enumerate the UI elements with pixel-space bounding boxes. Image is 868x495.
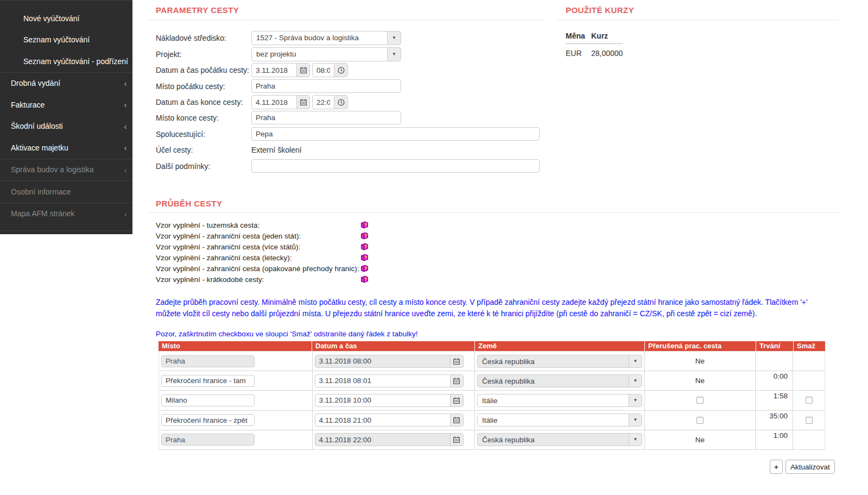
country-selected-value: Itálie bbox=[478, 414, 629, 426]
project-selected-value: bez projektu bbox=[252, 48, 387, 61]
clock-icon bbox=[338, 99, 345, 106]
clock-button[interactable] bbox=[334, 64, 347, 77]
sidebar-item-aktivace-majetku[interactable]: Aktivace majetku ‹ bbox=[0, 137, 132, 159]
country-select[interactable]: Česká republika ▼ bbox=[477, 433, 642, 446]
dropdown-button[interactable]: ▼ bbox=[387, 32, 401, 45]
sidebar-item-sprava-budov[interactable]: Správa budov a logistika ‹ bbox=[0, 159, 132, 181]
help-book-link[interactable]: ? bbox=[360, 275, 369, 283]
update-button[interactable]: Aktualizovat bbox=[785, 460, 835, 474]
calendar-button[interactable] bbox=[450, 414, 463, 426]
dropdown-button[interactable]: ▼ bbox=[629, 375, 642, 387]
sidebar-item-label: Drobná vydání bbox=[11, 79, 118, 87]
svg-text:?: ? bbox=[364, 244, 367, 249]
calendar-button[interactable] bbox=[296, 64, 309, 77]
chevron-down-icon: ▼ bbox=[392, 52, 396, 57]
datetime-input[interactable] bbox=[315, 434, 450, 446]
calendar-icon bbox=[300, 67, 307, 73]
vzor-row-kratkodobe: Vzor vyplnění - krátkodobé cesty: ? bbox=[156, 274, 369, 285]
field-label-projekt: Projekt: bbox=[156, 50, 181, 59]
duration-value: 1:58 bbox=[774, 392, 788, 400]
dropdown-button[interactable]: ▼ bbox=[629, 434, 642, 446]
chevron-collapsed-icon: ‹ bbox=[118, 122, 132, 131]
table-row: Itálie ▼ 35:00 bbox=[159, 411, 825, 430]
help-book-link[interactable]: ? bbox=[360, 243, 369, 250]
sidebar-item-mapa-afm[interactable]: Mapa AFM stránek ‹ bbox=[0, 203, 132, 225]
kurzy-header-mena: Měna bbox=[566, 32, 585, 40]
svg-text:?: ? bbox=[364, 233, 367, 239]
vzor-label: Vzor vyplnění - zahraniční cesta (více s… bbox=[156, 243, 360, 251]
dropdown-button[interactable]: ▼ bbox=[629, 394, 642, 406]
datetime-group bbox=[315, 394, 464, 407]
table-header-row: Místo Datum a čas Země Přerušená prac. c… bbox=[159, 341, 825, 351]
column-header-datum: Datum a čas bbox=[312, 341, 475, 351]
trip-start-date-input[interactable] bbox=[252, 64, 296, 77]
interrupted-trip-checkbox[interactable] bbox=[696, 397, 704, 404]
sidebar-item-label: Správa budov a logistika bbox=[11, 165, 118, 174]
add-row-button[interactable]: + bbox=[770, 460, 783, 474]
dropdown-button[interactable]: ▼ bbox=[629, 414, 642, 426]
datetime-input[interactable] bbox=[315, 414, 450, 426]
datetime-group bbox=[315, 374, 464, 387]
project-select[interactable]: bez projektu ▼ bbox=[251, 47, 401, 61]
warning-text: Pozor, zaškrtnutím checkboxu ve sloupci … bbox=[156, 330, 417, 338]
svg-text:?: ? bbox=[364, 277, 367, 282]
country-select[interactable]: Itálie ▼ bbox=[477, 413, 642, 427]
datetime-input[interactable] bbox=[315, 355, 450, 367]
sidebar-item-fakturace[interactable]: Fakturace ‹ bbox=[0, 94, 132, 116]
delete-row-checkbox[interactable] bbox=[806, 417, 813, 424]
book-help-icon: ? bbox=[360, 265, 369, 272]
place-input[interactable] bbox=[161, 434, 255, 446]
delete-row-checkbox[interactable] bbox=[806, 397, 813, 404]
calendar-button[interactable] bbox=[450, 355, 463, 367]
trip-end-date-input[interactable] bbox=[252, 96, 296, 109]
datetime-input[interactable] bbox=[315, 375, 450, 387]
help-book-link[interactable]: ? bbox=[360, 254, 369, 261]
place-input[interactable] bbox=[161, 394, 255, 406]
vzor-label: Vzor vyplnění - krátkodobé cesty: bbox=[156, 275, 360, 284]
help-book-link[interactable]: ? bbox=[360, 221, 369, 229]
sidebar-item-seznam-vyuctovani[interactable]: Seznam vyúčtování bbox=[0, 29, 132, 51]
co-travelers-input[interactable] bbox=[251, 127, 540, 141]
sidebar-divider bbox=[0, 230, 132, 231]
trip-end-place-input[interactable] bbox=[251, 111, 401, 124]
chevron-down-icon: ▼ bbox=[392, 36, 396, 40]
calendar-button[interactable] bbox=[450, 434, 463, 446]
sidebar-item-nove-vyuctovani[interactable]: Nové vyúčtování bbox=[0, 8, 132, 29]
trip-start-date-group bbox=[251, 63, 310, 77]
dropdown-button[interactable]: ▼ bbox=[387, 48, 401, 61]
table-row: Česká republika ▼ Ne 1:00 bbox=[159, 430, 825, 450]
datetime-input[interactable] bbox=[315, 394, 450, 406]
place-input[interactable] bbox=[161, 375, 255, 387]
section-divider bbox=[148, 212, 839, 213]
sidebar-item-drobna-vydani[interactable]: Drobná vydání ‹ bbox=[0, 73, 132, 95]
country-select[interactable]: Česká republika ▼ bbox=[477, 374, 642, 387]
place-input[interactable] bbox=[161, 414, 255, 426]
help-book-link[interactable]: ? bbox=[360, 265, 369, 272]
book-help-icon: ? bbox=[360, 232, 369, 240]
table-row: Itálie ▼ 1:58 bbox=[159, 391, 825, 410]
sidebar-item-skodni-udalosti[interactable]: Škodní události ‹ bbox=[0, 116, 132, 137]
calendar-button[interactable] bbox=[450, 394, 463, 406]
country-select[interactable]: Itálie ▼ bbox=[477, 394, 642, 407]
country-selected-value: Česká republika bbox=[478, 434, 629, 446]
calendar-icon bbox=[453, 378, 460, 384]
trip-end-time-input[interactable] bbox=[313, 96, 334, 109]
calendar-button[interactable] bbox=[296, 96, 309, 109]
calendar-icon bbox=[453, 397, 460, 404]
dropdown-button[interactable]: ▼ bbox=[629, 355, 642, 367]
sidebar-item-osobni-informace[interactable]: Osobní informace bbox=[0, 181, 132, 203]
country-selected-value: Itálie bbox=[478, 394, 629, 406]
clock-button[interactable] bbox=[334, 96, 347, 109]
help-book-link[interactable]: ? bbox=[360, 232, 369, 240]
sidebar-item-seznam-vyuctovani-podrizeni[interactable]: Seznam vyúčtování - podřízení bbox=[0, 51, 132, 72]
other-conditions-input[interactable] bbox=[251, 159, 540, 173]
calendar-button[interactable] bbox=[450, 375, 463, 387]
trip-start-place-input[interactable] bbox=[251, 79, 401, 93]
chevron-collapsed-icon: ‹ bbox=[118, 79, 132, 88]
interrupted-trip-checkbox[interactable] bbox=[696, 417, 704, 424]
place-input[interactable] bbox=[161, 355, 255, 367]
trip-start-time-input[interactable] bbox=[313, 64, 334, 77]
sidebar-item-label: Nové vyúčtování bbox=[23, 14, 132, 23]
country-select[interactable]: Česká republika ▼ bbox=[477, 355, 642, 368]
cost-center-select[interactable]: 1527 - Správa budov a logistika ▼ bbox=[251, 31, 401, 45]
